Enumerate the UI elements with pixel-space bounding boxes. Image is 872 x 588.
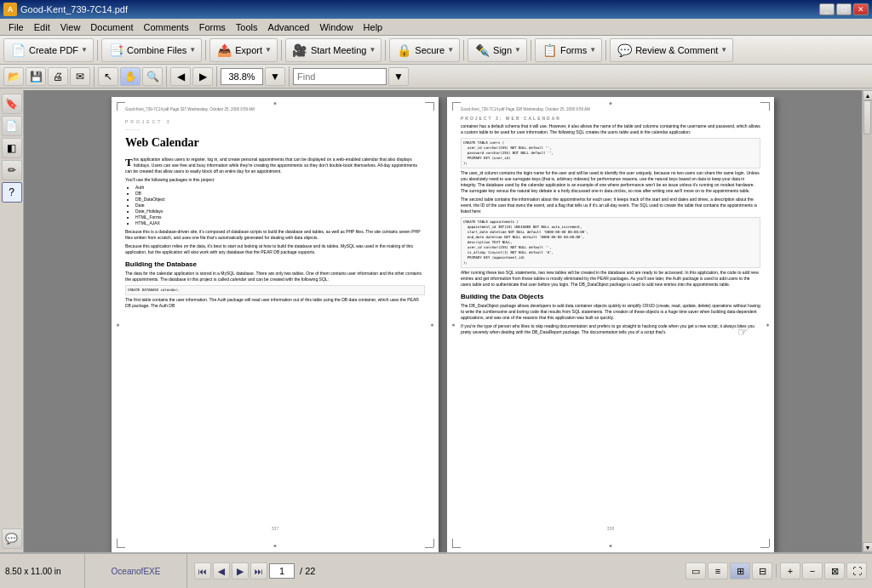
email-button[interactable]: ✉: [70, 67, 90, 86]
select-tool-button[interactable]: ↖: [98, 67, 118, 86]
combine-files-label: Combine Files: [127, 45, 186, 55]
minimize-button[interactable]: _: [819, 3, 835, 15]
combine-files-button[interactable]: 📑 Combine Files ▼: [101, 38, 202, 62]
review-icon: 💬: [616, 42, 633, 59]
dimensions-text: 8.50 x 11.00 in: [5, 567, 61, 576]
menu-view[interactable]: View: [55, 20, 86, 34]
export-button[interactable]: 📤 Export ▼: [209, 38, 278, 62]
left-para3: Because this application relies on the d…: [125, 243, 425, 255]
edit-icon[interactable]: ✏: [2, 160, 22, 180]
scroll-track[interactable]: [863, 100, 872, 542]
sep-t2-2: [166, 66, 167, 87]
help-icon[interactable]: ?: [2, 182, 22, 203]
right-text4: After running these two SQL statements, …: [461, 270, 760, 288]
left-page-title: Web Calendar: [125, 134, 425, 151]
single-page-view-button[interactable]: ▭: [686, 562, 706, 579]
menu-forms[interactable]: Forms: [194, 20, 231, 34]
forms-label: Forms: [560, 45, 587, 55]
zoom-out-button[interactable]: −: [802, 562, 823, 579]
last-page-button[interactable]: ⏭: [250, 562, 267, 579]
left-db-text2: The first table contains the user inform…: [125, 297, 425, 309]
continuous-view-button[interactable]: ≡: [708, 562, 728, 579]
prev-page-button[interactable]: ◀: [213, 562, 230, 579]
left-subtitle-line: ────: [125, 127, 425, 133]
separator-7: [605, 40, 606, 60]
page-navigation: ⏮ ◀ ▶ ⏭ / 22: [187, 562, 680, 579]
menu-document[interactable]: Document: [85, 20, 138, 34]
layers-icon[interactable]: ◧: [2, 138, 22, 158]
window-title: Good-Kent_739-7C14.pdf: [20, 4, 128, 14]
right-data-text2: If you're the type of person who likes t…: [461, 323, 760, 335]
status-bar: 8.50 x 11.00 in OceanofEXE ⏮ ◀ ▶ ⏭ / 22 …: [0, 552, 872, 588]
meeting-icon: 🎥: [291, 42, 308, 59]
right-page-header: Good-Kent_739-7C14.pdf Page 338 Wednesda…: [461, 107, 760, 112]
secure-icon: 🔒: [395, 42, 412, 59]
packages-intro: You'll use the following packages in thi…: [125, 177, 425, 183]
create-pdf-button[interactable]: 📄 Create PDF ▼: [3, 38, 94, 62]
scroll-up-button[interactable]: ▲: [863, 90, 872, 100]
pages-icon[interactable]: 📄: [2, 116, 22, 136]
status-sep: [776, 564, 777, 578]
start-meeting-label: Start Meeting: [311, 45, 366, 55]
review-comment-label: Review & Comment: [635, 45, 718, 55]
comments-panel-icon[interactable]: 💬: [2, 528, 22, 549]
menu-window[interactable]: Window: [314, 20, 358, 34]
export-arrow: ▼: [265, 46, 272, 54]
packages-list: Auth DB DB_DataObject Date Date_Holidays…: [125, 185, 425, 226]
menu-edit[interactable]: Edit: [29, 20, 55, 34]
menu-bar: File Edit View Document Comments Forms T…: [0, 19, 872, 36]
search-dropdown-button[interactable]: ▼: [388, 67, 409, 86]
secure-arrow: ▼: [447, 46, 454, 54]
sign-button[interactable]: ✒️ Sign ▼: [468, 38, 527, 62]
fullscreen-button[interactable]: ⛶: [846, 562, 867, 579]
right-text3: The second table contains the informatio…: [461, 197, 760, 214]
print-button[interactable]: 🖨: [48, 67, 68, 86]
prev-view-button[interactable]: ◀: [170, 67, 191, 86]
open-button[interactable]: 📂: [3, 67, 24, 86]
secondary-toolbar: 📂 💾 🖨 ✉ ↖ ✋ 🔍 ◀ ▶ ▼ ▼: [0, 65, 872, 88]
forms-button[interactable]: 📋 Forms ▼: [535, 38, 602, 62]
menu-advanced[interactable]: Advanced: [263, 20, 315, 34]
next-page-button[interactable]: ▶: [232, 562, 249, 579]
page-total-text: / 22: [296, 566, 318, 576]
sep-t2-4: [289, 66, 290, 87]
secure-button[interactable]: 🔒 Secure ▼: [389, 38, 460, 62]
zoom-dropdown-button[interactable]: ▼: [265, 67, 285, 86]
forms-arrow: ▼: [589, 46, 596, 54]
next-view-button[interactable]: ▶: [192, 67, 213, 86]
bookmarks-icon[interactable]: 🔖: [2, 94, 22, 114]
zoom-tool-button[interactable]: 🔍: [142, 67, 163, 86]
review-arrow: ▼: [720, 46, 727, 54]
separator-1: [97, 40, 98, 60]
page-number-input[interactable]: [269, 563, 295, 579]
scroll-thumb[interactable]: [863, 100, 871, 134]
split-view-button[interactable]: ⊟: [752, 562, 772, 579]
zoom-in-button[interactable]: +: [780, 562, 800, 579]
export-icon: 📤: [215, 42, 232, 59]
scroll-down-button[interactable]: ▼: [863, 542, 872, 552]
save-button[interactable]: 💾: [26, 67, 46, 86]
sign-label: Sign: [493, 45, 512, 55]
menu-help[interactable]: Help: [359, 20, 388, 34]
zoom-input[interactable]: [221, 68, 263, 85]
maximize-button[interactable]: □: [836, 3, 852, 15]
brand-text: OceanofEXE: [112, 567, 161, 576]
menu-tools[interactable]: Tools: [231, 20, 263, 34]
start-meeting-button[interactable]: 🎥 Start Meeting ▼: [285, 38, 382, 62]
first-page-button[interactable]: ⏮: [194, 562, 211, 579]
search-input[interactable]: [293, 68, 387, 85]
menu-comments[interactable]: Comments: [139, 20, 194, 34]
close-button[interactable]: ✕: [853, 3, 869, 15]
left-page-number: 337: [272, 526, 278, 532]
left-code-create-db: CREATE DATABASE calendar;: [125, 285, 425, 295]
review-comment-button[interactable]: 💬 Review & Comment ▼: [610, 38, 733, 62]
right-data-heading: Building the Data Objects: [461, 292, 760, 301]
fit-page-button[interactable]: ⊠: [824, 562, 845, 579]
two-page-view-button[interactable]: ⊞: [730, 562, 750, 579]
pdf-page-left: Good-Kent_739-7C14.pdf Page 337 Wednesda…: [112, 97, 439, 552]
left-intro-text: This application allows users to registe…: [125, 157, 425, 174]
hand-tool-button[interactable]: ✋: [120, 67, 141, 86]
menu-file[interactable]: File: [3, 20, 29, 34]
page-dimensions: 8.50 x 11.00 in: [0, 554, 85, 588]
create-pdf-label: Create PDF: [29, 45, 78, 55]
